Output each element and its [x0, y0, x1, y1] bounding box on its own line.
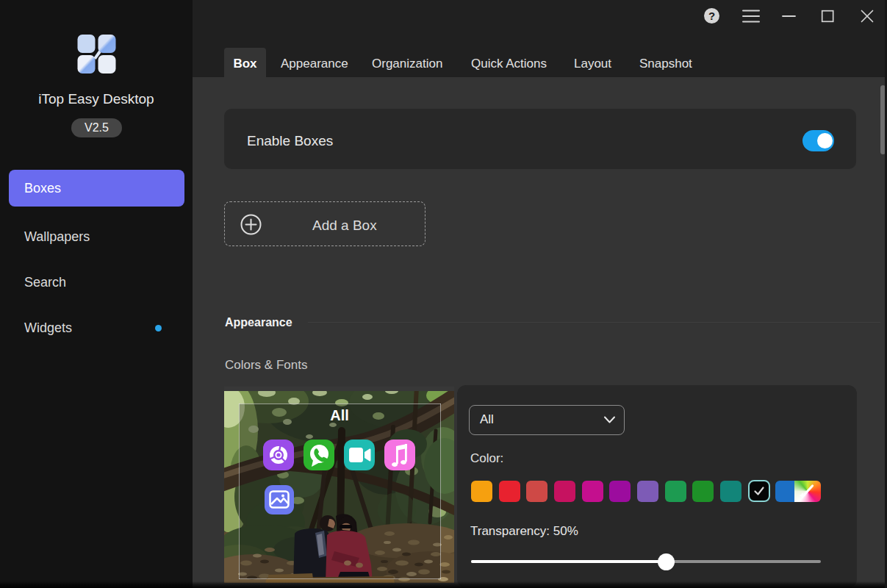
svg-text:All: All [330, 407, 349, 423]
